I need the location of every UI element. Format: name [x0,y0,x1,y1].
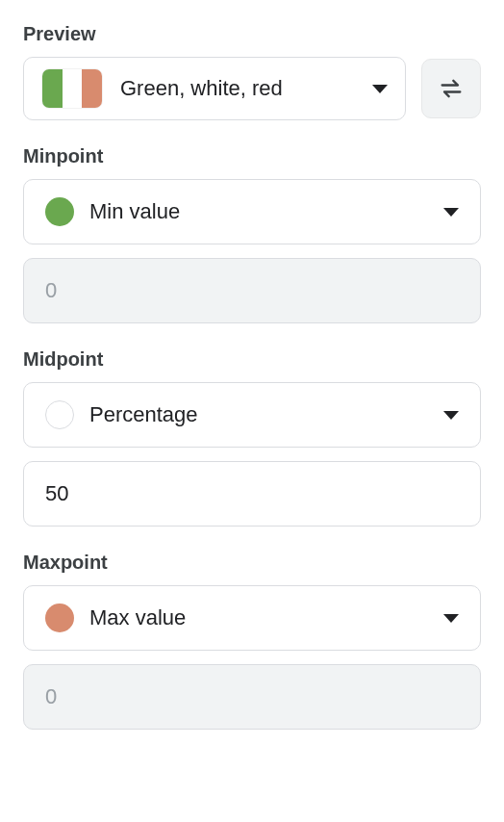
midpoint-select-text: Percentage [89,402,428,427]
minpoint-label: Minpoint [23,145,481,167]
preview-row: Green, white, red [23,57,481,120]
chevron-down-icon [443,614,459,623]
midpoint-value-field[interactable] [23,461,481,527]
midpoint-value-input[interactable] [45,481,459,506]
maxpoint-label: Maxpoint [23,552,481,574]
gradient-seg-mid [63,69,83,108]
maxpoint-color-dot [45,604,74,632]
minpoint-section: Minpoint Min value [23,145,481,323]
preview-select-text: Green, white, red [120,76,355,101]
gradient-seg-start [42,69,63,108]
minpoint-color-dot [45,197,74,226]
maxpoint-value-field [23,664,481,730]
preview-section: Preview Green, white, red [23,23,481,120]
minpoint-select[interactable]: Min value [23,179,481,244]
swap-button[interactable] [421,59,481,118]
midpoint-section: Midpoint Percentage [23,348,481,527]
maxpoint-section: Maxpoint Max value [23,552,481,730]
chevron-down-icon [443,208,459,217]
gradient-swatch [41,68,103,109]
chevron-down-icon [372,85,388,93]
maxpoint-select[interactable]: Max value [23,585,481,651]
gradient-seg-end [82,69,102,108]
minpoint-value-input [45,278,459,303]
preview-select[interactable]: Green, white, red [23,57,406,120]
maxpoint-value-input [45,684,459,709]
minpoint-value-field [23,258,481,323]
maxpoint-select-text: Max value [89,605,428,630]
swap-horiz-icon [438,75,465,102]
chevron-down-icon [443,411,459,420]
midpoint-label: Midpoint [23,348,481,371]
midpoint-color-dot [45,400,74,429]
midpoint-select[interactable]: Percentage [23,382,481,448]
preview-label: Preview [23,23,481,45]
minpoint-select-text: Min value [89,199,428,224]
